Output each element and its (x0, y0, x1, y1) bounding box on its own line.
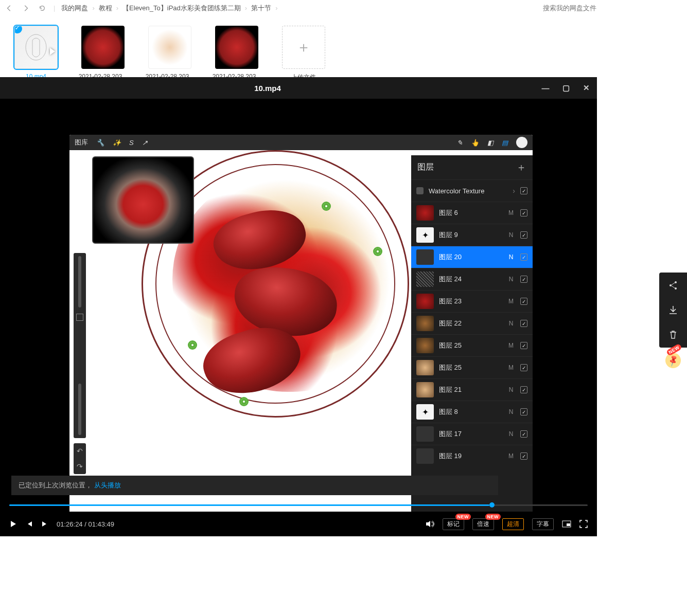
speed-button[interactable]: 倍速NEW (472, 518, 494, 530)
layer-visibility-checkbox[interactable] (520, 430, 527, 438)
arrow-icon[interactable]: ↗ (142, 139, 148, 147)
file-item-image[interactable]: 2021-02-28 203... (77, 26, 129, 82)
layer-row[interactable]: 图层 22N (411, 312, 533, 334)
svg-point-5 (675, 287, 677, 289)
file-item-video[interactable]: 10.mp4 (10, 26, 62, 82)
layer-blend-mode[interactable]: M (507, 452, 515, 460)
play-overlay-icon (50, 48, 55, 55)
layers-icon[interactable]: ▤ (502, 139, 508, 147)
layer-row[interactable]: 图层 20N (411, 246, 533, 268)
next-button[interactable] (41, 520, 48, 528)
crumb-2[interactable]: 【Eleven_To】iPad水彩美食团练第二期 (122, 4, 241, 13)
reference-image[interactable] (92, 156, 194, 244)
share-icon[interactable] (667, 280, 679, 291)
layer-row[interactable]: ✦图层 8N (411, 401, 533, 423)
layer-row[interactable]: 图层 21N (411, 378, 533, 401)
nav-reload-button[interactable] (37, 3, 47, 13)
layer-visibility-checkbox[interactable] (520, 452, 527, 460)
layer-visibility-checkbox[interactable] (520, 386, 527, 393)
layer-visibility-checkbox[interactable] (520, 320, 527, 327)
layer-row[interactable]: 图层 25M (411, 356, 533, 378)
wrench-icon[interactable]: 🔧 (96, 139, 104, 147)
minimize-button[interactable]: — (535, 77, 556, 99)
layer-thumb (416, 249, 434, 265)
quality-button[interactable]: 超清 (502, 518, 524, 530)
nav-back-button[interactable] (4, 3, 14, 13)
layer-visibility-checkbox[interactable] (520, 276, 527, 283)
progress-knob[interactable] (489, 502, 495, 508)
layer-blend-mode[interactable]: M (507, 209, 515, 216)
crumb-3[interactable]: 第十节 (251, 4, 271, 13)
layers-panel: 图层 ＋ Watercolor Texture›图层 6M✦图层 9N图层 20… (411, 155, 533, 527)
file-strip: 10.mp4 2021-02-28 203... 2021-02-28 203.… (0, 16, 687, 87)
search-input[interactable] (543, 4, 679, 12)
layer-blend-mode[interactable]: M (507, 342, 515, 349)
play-button[interactable] (9, 520, 17, 528)
trash-icon[interactable] (667, 329, 679, 340)
upload-button[interactable]: ＋ 上传文件 (278, 26, 329, 82)
volume-button[interactable] (425, 519, 434, 529)
prev-button[interactable] (26, 520, 33, 528)
crumb-root[interactable]: 我的网盘 (61, 4, 88, 13)
progress-track[interactable] (9, 504, 588, 506)
layer-thumb (416, 382, 434, 397)
subtitle-button[interactable]: 字幕 (532, 518, 554, 530)
layer-row[interactable]: 图层 6M (411, 202, 533, 224)
procreate-sidebar[interactable] (74, 253, 86, 438)
color-icon[interactable] (516, 137, 527, 148)
layer-visibility-checkbox[interactable] (520, 408, 527, 415)
file-thumb (215, 26, 258, 69)
fullscreen-button[interactable] (579, 520, 588, 528)
layer-blend-mode[interactable]: N (507, 430, 515, 438)
select-icon[interactable]: S (129, 139, 134, 147)
resume-banner: 已定位到上次浏览位置， 从头播放 (11, 476, 498, 495)
close-button[interactable]: ✕ (576, 77, 597, 99)
pip-button[interactable] (562, 520, 571, 528)
layer-row[interactable]: 图层 19M (411, 445, 533, 467)
wand-icon[interactable]: ✨ (113, 139, 121, 147)
layer-blend-mode[interactable]: M (507, 298, 515, 305)
restart-link[interactable]: 从头播放 (94, 481, 121, 490)
maximize-button[interactable]: ▢ (556, 77, 576, 99)
chevron-right-icon[interactable]: › (513, 187, 515, 195)
layer-row[interactable]: 图层 23M (411, 290, 533, 312)
layer-blend-mode[interactable]: N (507, 276, 515, 283)
progress-bar[interactable] (0, 498, 597, 512)
brush-size-slider[interactable] (78, 256, 81, 307)
file-item-image[interactable]: 2021-02-28 203... (144, 26, 196, 82)
crumb-1[interactable]: 教程 (99, 4, 112, 13)
layer-visibility-checkbox[interactable] (520, 364, 527, 371)
layer-blend-mode[interactable]: N (507, 231, 515, 239)
pin-button[interactable]: 📌 NEW (663, 350, 684, 371)
layer-visibility-checkbox[interactable] (520, 253, 527, 261)
brush-icon[interactable]: ✎ (457, 139, 463, 147)
gallery-button[interactable]: 图库 (75, 138, 88, 147)
undo-button[interactable]: ↶ (77, 447, 83, 455)
layer-row[interactable]: 图层 17N (411, 423, 533, 445)
file-item-image[interactable]: 2021-02-28 203... (211, 26, 262, 82)
layer-blend-mode[interactable]: M (507, 364, 515, 371)
add-layer-button[interactable]: ＋ (516, 160, 526, 174)
mark-button[interactable]: 标记NEW (443, 518, 464, 530)
redo-button[interactable]: ↷ (77, 462, 83, 470)
eraser-icon[interactable]: ◧ (487, 139, 494, 147)
layer-blend-mode[interactable]: N (507, 320, 515, 327)
layer-blend-mode[interactable]: N (507, 408, 515, 415)
opacity-slider[interactable] (78, 384, 81, 435)
layer-visibility-checkbox[interactable] (520, 231, 527, 239)
layer-row[interactable]: 图层 25M (411, 334, 533, 356)
layer-visibility-checkbox[interactable] (520, 298, 527, 305)
modify-button[interactable] (76, 314, 83, 321)
search-box[interactable] (539, 3, 683, 13)
layer-visibility-checkbox[interactable] (520, 342, 527, 349)
nav-forward-button[interactable] (21, 3, 31, 13)
layer-visibility-checkbox[interactable] (520, 209, 527, 216)
layer-row[interactable]: 图层 24N (411, 268, 533, 290)
layer-blend-mode[interactable]: N (507, 386, 515, 393)
layer-row[interactable]: Watercolor Texture› (411, 179, 533, 202)
layer-visibility-checkbox[interactable] (520, 187, 527, 194)
layer-blend-mode[interactable]: N (507, 253, 515, 261)
side-action-panel (659, 273, 687, 348)
layer-row[interactable]: ✦图层 9N (411, 224, 533, 246)
download-icon[interactable] (667, 304, 679, 316)
